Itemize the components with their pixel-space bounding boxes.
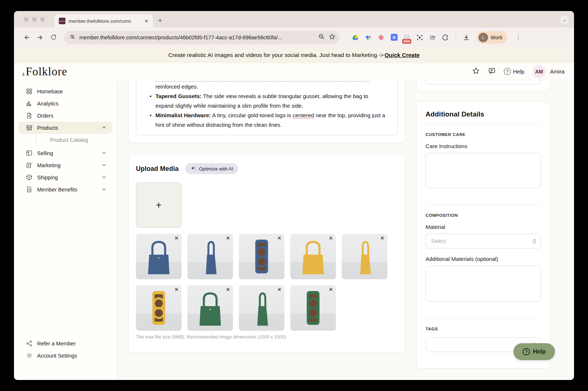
screenshot-extension-icon[interactable] — [416, 33, 424, 42]
help-menu-button[interactable]: ? Help — [504, 68, 524, 75]
remove-image-button[interactable]: ✕ — [277, 235, 282, 241]
page-content: reinforced edges. Tapered Gussets: The s… — [117, 80, 574, 380]
browser-profile-button[interactable]: L Work — [477, 31, 508, 44]
upload-dropzone[interactable]: + — [136, 182, 182, 228]
favorites-star-icon[interactable] — [472, 67, 480, 76]
browser-toolbar: member.thefolklore.com/connect/products/… — [14, 28, 574, 47]
extensions-row: ❄ New L Work ⋮ — [351, 31, 521, 44]
sidebar-nav-top: HomebaseAnalyticsOrdersProducts — [14, 85, 116, 134]
logo-the: the — [22, 72, 25, 76]
sidebar-nav-bottom: SellingMarketingShippingMember Benefits — [14, 147, 116, 196]
new-tab-button[interactable]: + — [158, 17, 162, 25]
extensions-puzzle-icon[interactable] — [441, 33, 449, 42]
remove-image-button[interactable]: ✕ — [174, 235, 179, 241]
forward-button[interactable] — [35, 32, 46, 43]
bookmark-star-icon[interactable] — [329, 33, 336, 42]
additional-materials-textarea[interactable] — [426, 266, 541, 302]
remove-image-button[interactable]: ✕ — [226, 287, 230, 293]
tab-strip: folk lore member.thefolklore.com/conn ✕ … — [14, 11, 574, 28]
media-thumbnail-blue-side[interactable]: ✕ — [187, 234, 233, 279]
sidebar-item-products[interactable]: Products — [18, 122, 112, 134]
back-button[interactable] — [21, 32, 32, 43]
sidebar-item-analytics[interactable]: Analytics — [18, 97, 112, 110]
new-extension-icon[interactable]: New — [403, 33, 411, 42]
media-thumbnail-yellow-side[interactable]: ✕ — [342, 234, 387, 279]
remove-image-button[interactable]: ✕ — [277, 287, 282, 293]
remove-image-button[interactable]: ✕ — [329, 235, 333, 241]
sidebar-item-refer-a-member[interactable]: Refer a Member — [18, 337, 112, 349]
media-thumbnail-blue-front[interactable]: ✕ — [136, 234, 182, 279]
image-extension-icon[interactable] — [429, 33, 437, 42]
chart-icon — [26, 100, 33, 107]
minimize-window-button[interactable] — [32, 17, 37, 22]
assistant-extension-icon[interactable] — [364, 33, 372, 42]
tab-close-icon[interactable]: ✕ — [144, 18, 149, 24]
material-label: Material — [426, 224, 541, 230]
clipped-input-stub[interactable] — [426, 80, 541, 85]
media-thumbnail-green-front[interactable]: ✕ — [187, 285, 233, 331]
thumbnail-grid: ✕✕✕✕✕✕✕✕✕ — [136, 234, 387, 331]
care-instructions-textarea[interactable] — [426, 153, 541, 188]
remove-image-button[interactable]: ✕ — [329, 287, 333, 293]
additional-materials-label: Additional Materials (optional) — [426, 256, 541, 262]
upload-media-title: Upload Media — [136, 165, 179, 173]
tags-label: TAGS — [426, 327, 541, 331]
description-card: reinforced edges. Tapered Gussets: The s… — [128, 80, 405, 143]
sidebar-item-selling[interactable]: Selling — [18, 147, 112, 159]
remove-image-button[interactable]: ✕ — [380, 235, 384, 241]
main-area: HomebaseAnalyticsOrdersProducts Product … — [14, 80, 574, 380]
snowflake-extension-icon[interactable]: ❄ — [390, 33, 398, 42]
sidebar-item-member-benefits[interactable]: Member Benefits — [18, 183, 112, 196]
strawberry-extension-icon[interactable] — [377, 33, 385, 42]
sidebar-item-marketing[interactable]: Marketing — [18, 159, 112, 171]
upload-note: The max file size (5MB). Recommended ima… — [136, 334, 398, 340]
additional-details-card: Additional Details CUSTOMER CARE Care In… — [416, 101, 550, 369]
close-window-button[interactable] — [24, 17, 29, 22]
sidebar-item-label: Shipping — [37, 175, 58, 180]
folklore-logo[interactable]: the Folklore — [22, 65, 67, 78]
browser-menu-icon[interactable]: ⋮ — [515, 34, 521, 41]
media-thumbnail-green-top[interactable]: ✕ — [290, 285, 336, 331]
maximize-window-button[interactable] — [40, 17, 45, 22]
svg-text:❄: ❄ — [392, 35, 396, 40]
downloads-icon[interactable] — [462, 33, 470, 42]
sidebar-subnav: Product Catalog — [36, 134, 116, 146]
user-avatar: AM — [533, 65, 546, 78]
sidebar-subitem-product-catalog[interactable]: Product Catalog — [36, 134, 116, 146]
description-line: reinforced edges. — [155, 82, 388, 92]
remove-image-button[interactable]: ✕ — [226, 235, 230, 241]
media-thumbnail-blue-top[interactable]: ✕ — [239, 234, 284, 279]
traffic-lights — [24, 17, 45, 22]
help-label: Help — [513, 68, 524, 75]
optimize-with-ai-button[interactable]: Optimize with AI — [185, 163, 238, 174]
site-settings-icon[interactable] — [69, 33, 76, 42]
media-thumbnail-yellow-front[interactable]: ✕ — [290, 234, 336, 279]
zoom-page-icon[interactable] — [318, 33, 325, 42]
sidebar-footer: Refer a MemberAccount Settings — [14, 337, 116, 362]
sidebar-item-label: Marketing — [37, 162, 61, 168]
share-icon — [26, 340, 33, 347]
sidebar-item-shipping[interactable]: Shipping — [18, 171, 112, 183]
sidebar-item-orders[interactable]: Orders — [18, 110, 112, 122]
media-thumbnail-green-side[interactable]: ✕ — [239, 285, 284, 331]
chevron-down-icon — [102, 162, 106, 168]
composition-label: COMPOSITION — [426, 213, 541, 218]
browser-tab[interactable]: folk lore member.thefolklore.com/conn ✕ — [54, 14, 153, 28]
quick-create-link[interactable]: Quick Create — [384, 52, 420, 58]
site-favicon-icon: folk lore — [59, 18, 65, 24]
reload-button[interactable] — [48, 32, 59, 43]
drive-extension-icon[interactable] — [351, 33, 359, 42]
url-text[interactable]: member.thefolklore.com/connect/products/… — [79, 35, 314, 40]
sidebar-item-homebase[interactable]: Homebase — [18, 85, 112, 97]
feedback-chat-icon[interactable] — [488, 67, 496, 76]
media-thumbnail-yellow-top[interactable]: ✕ — [136, 285, 182, 331]
remove-image-button[interactable]: ✕ — [174, 287, 179, 293]
chevron-down-icon — [102, 187, 106, 193]
tab-search-button[interactable]: ⌄ — [560, 15, 569, 24]
address-bar[interactable]: member.thefolklore.com/connect/products/… — [64, 31, 340, 44]
description-editor[interactable]: reinforced edges. Tapered Gussets: The s… — [136, 80, 398, 135]
sidebar-item-account-settings[interactable]: Account Settings — [18, 349, 112, 362]
material-select[interactable]: Select — [426, 234, 541, 248]
help-floating-button[interactable]: ? Help — [513, 343, 555, 360]
user-menu[interactable]: AM Amira — [533, 65, 564, 78]
